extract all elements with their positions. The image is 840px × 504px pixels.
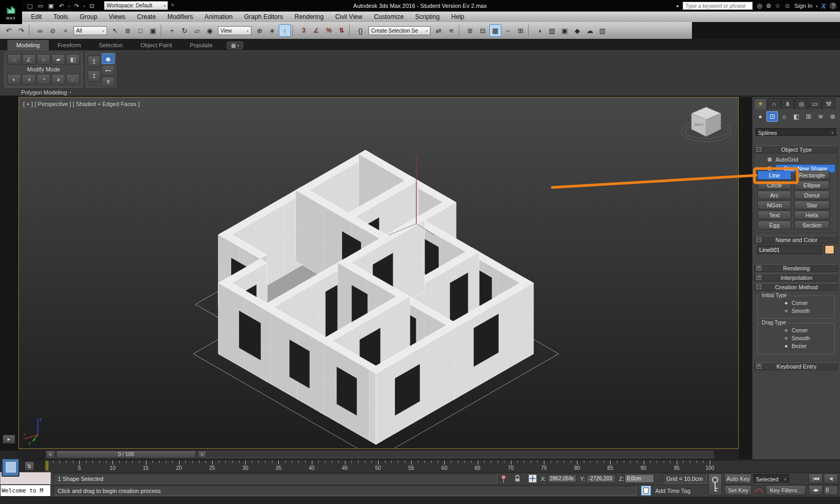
panel-tab-motion[interactable]: ◎: [795, 98, 808, 109]
object-name-field[interactable]: [757, 245, 822, 254]
mirror-icon[interactable]: ⇄: [433, 24, 445, 37]
use-pivot-center-icon[interactable]: ⊕: [254, 24, 266, 37]
object-type-rectangle-button[interactable]: Rectangle: [794, 171, 830, 180]
keyboard-override-icon[interactable]: ↑: [279, 24, 291, 37]
view-cube[interactable]: BACK: [677, 98, 735, 153]
viewport-label[interactable]: [ + ] [ Perspective ] [ Shaded + Edged F…: [23, 101, 140, 107]
chevron-down-icon[interactable]: ▾: [816, 4, 817, 8]
select-object-icon[interactable]: ↖: [109, 24, 121, 37]
ribbon-tab-populate[interactable]: Populate: [181, 40, 221, 50]
previous-frame-arrow[interactable]: <: [46, 450, 55, 458]
z-coordinate-field[interactable]: [625, 474, 654, 483]
select-move-icon[interactable]: +: [166, 24, 178, 37]
panel-tab-modify[interactable]: ∩: [768, 98, 781, 109]
key-mode-dropdown[interactable]: Selected ∨: [753, 474, 789, 484]
material-editor-icon[interactable]: ◑: [533, 24, 545, 37]
edge-mode-icon[interactable]: ∠: [22, 54, 36, 65]
category-cameras-icon[interactable]: ◧: [791, 111, 802, 122]
expand-panel-button[interactable]: ▶: [3, 435, 15, 444]
key-filters-button[interactable]: Key Filters...: [766, 485, 806, 496]
select-manipulate-icon[interactable]: ∗: [266, 24, 278, 37]
ribbon-toggle-icon[interactable]: ▦: [489, 24, 501, 37]
menu-item[interactable]: Help: [446, 12, 470, 22]
percent-snap-icon[interactable]: %: [323, 24, 335, 37]
select-by-name-icon[interactable]: ≣: [122, 24, 134, 37]
sign-in-button[interactable]: Sign In: [794, 3, 812, 9]
object-type-ngon-button[interactable]: NGon: [758, 201, 791, 209]
poly-tool-5-icon[interactable]: ◌: [66, 74, 80, 85]
isolate-icon[interactable]: ↟: [102, 77, 114, 87]
rollout-name-and-color[interactable]: - Name and Color: [754, 236, 838, 244]
workspace-dropdown[interactable]: Workspace: Default ▾: [104, 1, 168, 10]
menu-item[interactable]: Rendering: [289, 12, 329, 22]
panel-tab-utilities[interactable]: ⚒: [822, 98, 835, 109]
x-coordinate-field[interactable]: [548, 474, 577, 483]
poly-tool-1-icon[interactable]: ◐: [7, 74, 21, 85]
toggle-panel-icon[interactable]: ◉: [102, 54, 114, 64]
open-file-icon[interactable]: ▭: [36, 1, 45, 10]
pin-stack-icon[interactable]: ⊷: [102, 65, 114, 76]
rendered-frame-icon[interactable]: ▣: [559, 24, 571, 37]
category-systems-icon[interactable]: ⊛: [827, 111, 838, 122]
exchange-apps-icon[interactable]: X: [821, 2, 826, 10]
menu-item[interactable]: Create: [131, 12, 162, 22]
menu-item[interactable]: Edit: [25, 12, 48, 22]
time-slider-handle[interactable]: 0 / 100: [56, 450, 196, 458]
object-type-text-button[interactable]: Text: [758, 211, 791, 219]
time-marker[interactable]: [45, 460, 49, 471]
scene-canvas[interactable]: [19, 98, 738, 448]
maxscript-mini-listener[interactable]: Welcome to M: [0, 485, 51, 497]
object-color-swatch[interactable]: [825, 245, 834, 254]
render-setup-icon[interactable]: ▧: [546, 24, 558, 37]
category-lights-icon[interactable]: ☼: [779, 111, 790, 122]
bind-spacewarp-icon[interactable]: ≈: [59, 24, 71, 37]
category-shapes-icon[interactable]: ⊡: [766, 111, 778, 122]
menu-item[interactable]: Graph Editors: [238, 12, 289, 22]
menu-item[interactable]: Animation: [199, 12, 238, 22]
menu-item[interactable]: Scripting: [410, 12, 446, 22]
menu-item[interactable]: Views: [103, 12, 131, 22]
search-go-icon[interactable]: ▸: [677, 3, 679, 8]
category-spacewarps-icon[interactable]: ≋: [815, 111, 826, 122]
rollout-object-type[interactable]: - Object Type: [754, 145, 838, 153]
poly-tool-2-icon[interactable]: ◑: [22, 74, 36, 85]
play-animation-button[interactable]: ◀▶: [808, 485, 823, 495]
ribbon-tab-object-paint[interactable]: Object Paint: [132, 40, 181, 50]
undo-caret-icon[interactable]: ▾: [67, 1, 71, 10]
time-tag-icon[interactable]: [641, 486, 651, 496]
collapse-down-icon[interactable]: ↧: [88, 70, 100, 82]
set-key-button[interactable]: Set Key: [724, 485, 752, 496]
next-frame-arrow[interactable]: >: [198, 450, 206, 458]
align-icon[interactable]: ≡: [445, 24, 457, 37]
rect-selection-region-icon[interactable]: □: [134, 24, 146, 37]
ribbon-tab-selection[interactable]: Selection: [90, 40, 131, 50]
project-folder-icon[interactable]: ⊡: [87, 1, 97, 10]
menu-item[interactable]: Tools: [48, 12, 74, 22]
object-type-egg-button[interactable]: Egg: [758, 220, 791, 229]
drag-bezier-radio[interactable]: Bezier: [784, 343, 834, 349]
object-type-section-button[interactable]: Section: [794, 220, 830, 229]
redo-icon[interactable]: ↷: [72, 1, 81, 10]
perspective-viewport[interactable]: [ + ] [ Perspective ] [ Shaded + Edged F…: [18, 97, 739, 449]
communication-center-icon[interactable]: ⊚: [766, 2, 771, 9]
layer-explorer-icon[interactable]: ⊟: [477, 24, 489, 37]
menu-item[interactable]: Customize: [368, 12, 410, 22]
window-crossing-icon[interactable]: ▣: [147, 24, 159, 37]
selection-filter-dropdown[interactable]: All ∨: [74, 26, 107, 35]
workspace-menu-icon[interactable]: ≡: [171, 2, 174, 7]
previous-frame-button[interactable]: ◀|: [824, 474, 838, 484]
spinner-snap-icon[interactable]: ⇅: [335, 24, 348, 37]
panel-tab-create[interactable]: ☀: [754, 98, 767, 109]
go-to-start-button[interactable]: |◀◀: [808, 474, 823, 484]
category-helpers-icon[interactable]: ⊞: [803, 111, 814, 122]
help-icon[interactable]: ?: [830, 2, 837, 9]
default-tangent-icon[interactable]: [753, 486, 764, 496]
rollout-keyboard-entry[interactable]: + Keyboard Entry: [754, 362, 838, 370]
new-scene-icon[interactable]: ▢: [25, 1, 35, 10]
angle-snap-icon[interactable]: ∠: [310, 24, 322, 37]
track-bar[interactable]: 0510152025303540455055606570758085909510…: [0, 460, 840, 472]
user-icon[interactable]: ☺: [784, 2, 791, 9]
ribbon-tab-modeling[interactable]: Modeling: [7, 40, 49, 50]
render-production-icon[interactable]: ◆: [571, 24, 583, 37]
redo-caret-icon[interactable]: ▾: [82, 1, 86, 10]
